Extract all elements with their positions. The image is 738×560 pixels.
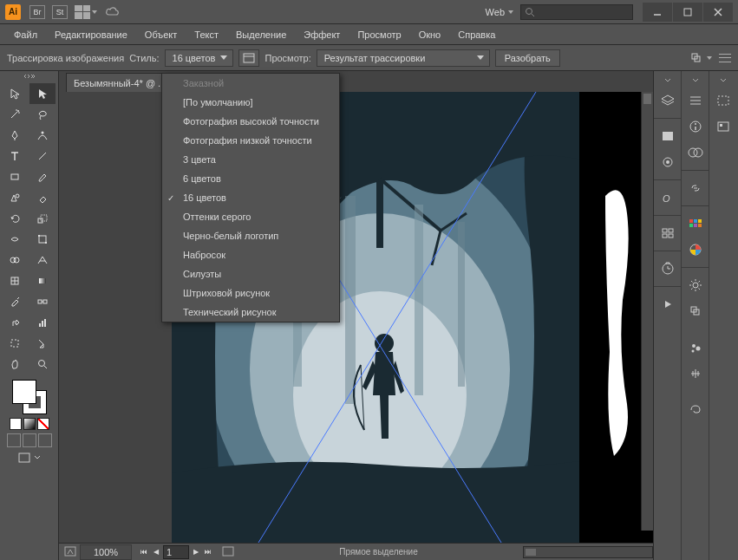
menu-object[interactable]: Объект (136, 25, 186, 44)
dropdown-item[interactable]: Оттенки серого (162, 207, 339, 226)
gradient-mode[interactable] (23, 418, 36, 430)
magic-wand-tool[interactable] (2, 104, 28, 125)
menu-window[interactable]: Окно (410, 25, 450, 44)
color-panel-icon[interactable] (684, 213, 707, 234)
character-panel-icon[interactable]: O (656, 187, 679, 208)
workspace-switcher[interactable]: Web (479, 3, 520, 21)
style-dropdown[interactable]: 16 цветов (165, 49, 234, 67)
free-transform-tool[interactable] (29, 229, 56, 250)
css-panel-icon[interactable] (712, 90, 735, 111)
menu-select[interactable]: Выделение (227, 25, 295, 44)
draw-behind[interactable] (23, 433, 36, 447)
sync-icon[interactable] (104, 6, 121, 18)
dropdown-item[interactable]: Черно-белый логотип (162, 226, 339, 245)
screen-mode-dropdown[interactable] (34, 453, 41, 463)
fill-swatch[interactable] (12, 380, 36, 404)
dropdown-item[interactable]: Фотография высокой точности (162, 112, 339, 131)
artboard-nav-icon[interactable] (64, 546, 76, 558)
gear-icon[interactable] (684, 275, 707, 296)
dropdown-item[interactable]: Набросок (162, 245, 339, 264)
column-graph-tool[interactable] (29, 312, 56, 333)
eyedropper-tool[interactable] (2, 291, 28, 312)
rotate-tool[interactable] (2, 208, 28, 229)
artboards-panel-icon[interactable] (656, 126, 679, 147)
symbols-panel-icon[interactable] (656, 223, 679, 244)
dropdown-item[interactable]: 6 цветов (162, 169, 339, 188)
panel-collapse-toggle[interactable] (654, 76, 681, 85)
vertical-scrollbar[interactable] (641, 92, 653, 531)
dropdown-item[interactable]: Технический рисунок (162, 303, 339, 322)
layers-panel-icon[interactable] (656, 90, 679, 111)
bridge-icon[interactable]: Br (29, 5, 45, 19)
next-page-button[interactable]: ▶ (191, 546, 201, 558)
expand-button[interactable]: Разобрать (495, 49, 560, 67)
panel-menu-icon[interactable] (719, 54, 731, 62)
search-input[interactable] (520, 4, 633, 20)
page-field[interactable]: 1 (163, 545, 189, 559)
hand-tool[interactable] (2, 354, 28, 374)
menu-edit[interactable]: Редактирование (46, 25, 136, 44)
panel-collapse-toggle[interactable] (682, 76, 709, 85)
align-panel-icon[interactable] (684, 90, 707, 111)
trace-panel-button[interactable] (238, 49, 259, 67)
close-button[interactable] (703, 3, 733, 22)
dropdown-item[interactable]: ✓16 цветов (162, 188, 339, 207)
line-tool[interactable] (29, 146, 56, 166)
view-dropdown[interactable]: Результат трассировки (317, 49, 490, 67)
menu-text[interactable]: Текст (186, 25, 227, 44)
dropdown-item[interactable]: Силуэты (162, 264, 339, 283)
lasso-tool[interactable] (29, 104, 56, 125)
panel-collapse-toggle[interactable] (0, 71, 58, 81)
stock-icon[interactable]: St (52, 5, 68, 19)
chevron-down-icon[interactable] (92, 10, 97, 14)
menu-effect[interactable]: Эффект (295, 25, 349, 44)
shaper-tool[interactable] (2, 187, 28, 208)
panel-collapse-toggle[interactable] (709, 76, 737, 85)
type-tool[interactable] (2, 146, 28, 166)
scale-tool[interactable] (29, 208, 56, 229)
paintbrush-tool[interactable] (29, 166, 56, 187)
horizontal-scrollbar[interactable] (523, 546, 653, 558)
menu-help[interactable]: Справка (449, 25, 504, 44)
prev-page-button[interactable]: ◀ (151, 546, 161, 558)
symbol-sprayer-tool[interactable] (2, 312, 28, 333)
color-guide-icon[interactable] (684, 239, 707, 260)
swatches-panel-icon[interactable] (684, 400, 707, 420)
zoom-field[interactable]: 100% (80, 544, 132, 560)
direct-selection-tool[interactable] (29, 83, 56, 104)
gradient-tool[interactable] (29, 270, 56, 291)
last-page-button[interactable]: ⏭ (203, 546, 213, 558)
eraser-tool[interactable] (29, 187, 56, 208)
selection-tool[interactable] (2, 83, 28, 104)
brushes-panel-icon[interactable] (684, 337, 707, 358)
minimize-button[interactable] (643, 3, 672, 22)
maximize-button[interactable] (673, 3, 702, 22)
artboard-nav-icon-2[interactable] (222, 546, 234, 558)
slice-tool[interactable] (29, 333, 56, 354)
draw-normal[interactable] (7, 433, 21, 447)
info-panel-icon[interactable] (684, 116, 707, 137)
screen-mode-button[interactable] (18, 453, 30, 463)
actions-panel-icon[interactable] (656, 258, 679, 279)
transform-panel-button[interactable] (689, 52, 712, 64)
transform-panel-icon[interactable] (684, 301, 707, 322)
dropdown-item[interactable]: Фотография низкой точности (162, 131, 339, 150)
artboard-tool[interactable] (2, 333, 28, 354)
graphic-styles-icon[interactable] (684, 363, 707, 384)
arrange-documents-icon[interactable] (75, 5, 90, 19)
fill-stroke-swatch[interactable] (12, 380, 47, 414)
curvature-tool[interactable] (29, 125, 56, 146)
menu-view[interactable]: Просмотр (349, 25, 409, 44)
rectangle-tool[interactable] (2, 166, 28, 187)
mesh-tool[interactable] (2, 270, 28, 291)
play-icon[interactable] (656, 294, 679, 315)
width-tool[interactable] (2, 229, 28, 250)
links-panel-icon[interactable] (684, 178, 707, 199)
dropdown-item[interactable]: 3 цвета (162, 150, 339, 169)
cc-libraries-icon[interactable] (684, 142, 707, 163)
blend-tool[interactable] (29, 291, 56, 312)
pen-tool[interactable] (2, 125, 28, 146)
none-mode[interactable] (37, 418, 49, 430)
zoom-tool[interactable] (29, 354, 56, 374)
first-page-button[interactable]: ⏮ (139, 546, 149, 558)
